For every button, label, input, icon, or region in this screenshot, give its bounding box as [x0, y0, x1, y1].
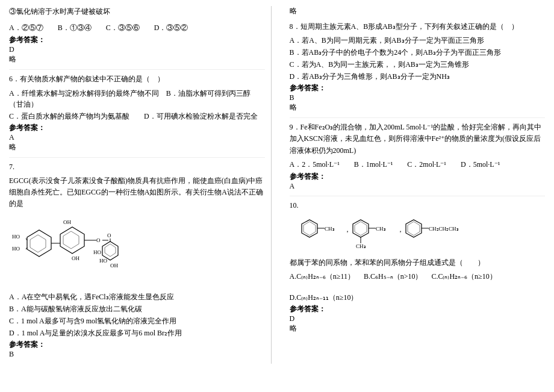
q8-optA: A．若A、B为同一周期元素，则AB₃分子一定为平面正三角形	[290, 35, 546, 46]
svg-marker-27	[353, 220, 369, 237]
svg-marker-20	[63, 231, 79, 249]
q7-optC: C．1 mol A最多可与含9 mol氢氧化钠的溶液完全作用	[9, 316, 265, 326]
q6-answer-label: 参考答案：	[9, 123, 45, 132]
svg-text:HO: HO	[12, 246, 20, 252]
svg-text:O: O	[96, 237, 101, 243]
q8-optD: D．若AB₃分子为三角锥形，则AB₃分子一定为NH₃	[290, 71, 546, 82]
svg-text:CH₃: CH₃	[376, 226, 386, 232]
q8-optC: C．若为A、B为同一主族元素，，则AB₃一定为三角锥形	[290, 59, 546, 70]
q7-answer: B	[9, 350, 265, 359]
molecule-structure: HO HO O O	[9, 213, 265, 288]
q5-section: A．②⑤⑦ B．①③④ C．③⑤⑥ D．③⑤② 参考答案： D 略	[9, 22, 265, 64]
svg-marker-22	[302, 220, 317, 237]
q7-optD: D．1 mol A与足量的浓溴水反应最多可与6 mol Br₂作用	[9, 328, 265, 338]
right-column: 略 8．短周期主族元素A、B形成AB₃型分子，下列有关叙述正确的是（ ） A．若…	[284, 6, 546, 364]
svg-marker-19	[30, 235, 46, 252]
q10-answer: D	[290, 314, 546, 323]
svg-marker-28	[355, 222, 367, 235]
q9-text: 9．Fe和Fe₂O₃的混合物，加入200mL 5mol·L⁻¹的盐酸，恰好完全溶…	[290, 122, 546, 157]
q8-text: 8．短周期主族元素A、B形成AB₃型分子，下列有关叙述正确的是（ ）	[290, 21, 546, 33]
q7-optA: A．A在空气中易氧化，遇FeCl₃溶液能发生显色反应	[9, 291, 265, 302]
q10-optA: A.C₍ₙ₎H₂ₙ₋₆（n≥11）	[290, 271, 355, 282]
svg-text:HO: HO	[99, 258, 107, 264]
q7-header: 7.	[9, 161, 265, 173]
q5-answer-row: 参考答案：	[9, 35, 265, 45]
q7-text: EGCG(表示没食子儿茶素没食子酸酯)物质具有抗癌作用，能使血癌(白血病)中癌细…	[9, 175, 265, 210]
q10-answer-label: 参考答案：	[290, 305, 326, 313]
svg-text:CH₂CH₂CH₃: CH₂CH₂CH₃	[429, 226, 459, 232]
svg-text:OH: OH	[63, 219, 71, 225]
q6-optC: C．蛋白质水解的最终产物均为氨基酸 D．可用碘水检验淀粉水解是否完全	[9, 111, 265, 122]
q-intro-text: ③氯化钠溶于水时离子键被破坏	[9, 6, 265, 17]
svg-text:HO: HO	[12, 234, 20, 240]
q5-options: A．②⑤⑦ B．①③④ C．③⑤⑥ D．③⑤②	[9, 22, 265, 34]
q9-options: A．2．5mol·L⁻¹ B．1mol·L⁻¹ C．2mol·L⁻¹ D．5mo…	[290, 159, 546, 170]
q8-section: 8．短周期主族元素A、B形成AB₃型分子，下列有关叙述正确的是（ ） A．若A、…	[290, 21, 546, 113]
q6-text: 6．有关物质水解产物的叙述中不正确的是（ ）	[9, 73, 265, 85]
svg-text:，: ，	[344, 225, 351, 234]
divider2	[9, 157, 265, 158]
q7-optB: B．A能与碳酸氢钠溶液反应放出二氧化碳	[9, 303, 265, 314]
q10-header: 10.	[290, 200, 546, 211]
svg-text:CH₃: CH₃	[356, 243, 366, 249]
svg-text:OH: OH	[72, 255, 79, 261]
svg-marker-21	[105, 244, 116, 257]
egcg-molecule-svg: HO HO O O	[9, 213, 129, 285]
q5-answer: D	[9, 45, 265, 54]
q5-note: 略	[9, 54, 265, 64]
q9-section: 9．Fe和Fe₂O₃的混合物，加入200mL 5mol·L⁻¹的盐酸，恰好完全溶…	[290, 122, 546, 191]
q10-molecules: CH₃ ， CH₃ CH₃ ，	[290, 215, 546, 254]
q10-section: 10. CH₃ ，	[290, 200, 546, 334]
svg-marker-34	[406, 220, 422, 237]
q10-note: 略	[290, 323, 546, 334]
svg-text:O: O	[107, 232, 111, 238]
svg-text:CH₃: CH₃	[325, 226, 335, 232]
q6-section: 6．有关物质水解产物的叙述中不正确的是（ ） A．纤维素水解与淀粉水解得到的最终…	[9, 73, 265, 152]
q8-optB: B．若AB₃分子中的价电子个数为24个，则AB₃分子为平面正三角形	[290, 47, 546, 58]
r-note: 略	[290, 6, 546, 16]
q5-answer-label: 参考答案：	[9, 36, 45, 44]
page-container: ③氯化钠溶于水时离子键被破坏 A．②⑤⑦ B．①③④ C．③⑤⑥ D．③⑤② 参…	[9, 6, 545, 364]
q7-answer-row: 参考答案：	[9, 340, 265, 350]
q6-answer: A	[9, 133, 265, 142]
q10-optC: C.C₍ₙ₎H₂ₙ₋₆（n≥10）	[431, 271, 496, 282]
q10-answer-row: 参考答案：	[290, 304, 546, 314]
q10-optB: B.C₆H₅₋ₙ（n>10）	[364, 271, 422, 282]
q8-note: 略	[290, 102, 546, 113]
q7-answer-label: 参考答案：	[9, 340, 45, 349]
svg-text:HO: HO	[93, 249, 101, 255]
q8-answer-row: 参考答案：	[290, 83, 546, 93]
divider1	[9, 69, 265, 70]
q7-section: 7. EGCG(表示没食子儿茶素没食子酸酯)物质具有抗癌作用，能使血癌(白血病)…	[9, 161, 265, 359]
q6-answer-row: 参考答案：	[9, 123, 265, 133]
q9-answer-row: 参考答案：	[290, 172, 546, 182]
q9-answer: A	[290, 182, 546, 191]
q10-text: 都属于苯的同系物，苯和苯的同系物分子组成通式是（ ）	[290, 257, 546, 269]
q6-optA: A．纤维素水解与淀粉水解得到的最终产物不同 B．油脂水解可得到丙三醇（甘油）	[9, 88, 265, 110]
divider3	[290, 117, 546, 118]
q6-note: 略	[9, 142, 265, 152]
q8-answer-label: 参考答案：	[290, 84, 326, 92]
r-note-section: 略	[290, 6, 546, 16]
q10-molecule-svg: CH₃ ， CH₃ CH₃ ，	[290, 215, 482, 251]
q10-optD: D.C₍ₙ₎H₂ₙ₋₁₁（n≥10）	[290, 292, 358, 303]
svg-text:，: ，	[397, 225, 404, 234]
q9-answer-label: 参考答案：	[290, 172, 326, 181]
divider4	[290, 196, 546, 196]
q8-answer: B	[290, 93, 546, 102]
svg-marker-0	[27, 230, 51, 257]
q-intro-section: ③氯化钠溶于水时离子键被破坏	[9, 6, 265, 17]
svg-marker-23	[303, 222, 316, 235]
left-column: ③氯化钠溶于水时离子键被破坏 A．②⑤⑦ B．①③④ C．③⑤⑥ D．③⑤② 参…	[9, 6, 272, 364]
svg-text:OH: OH	[110, 263, 118, 269]
svg-marker-35	[408, 222, 420, 235]
svg-marker-7	[60, 227, 84, 254]
